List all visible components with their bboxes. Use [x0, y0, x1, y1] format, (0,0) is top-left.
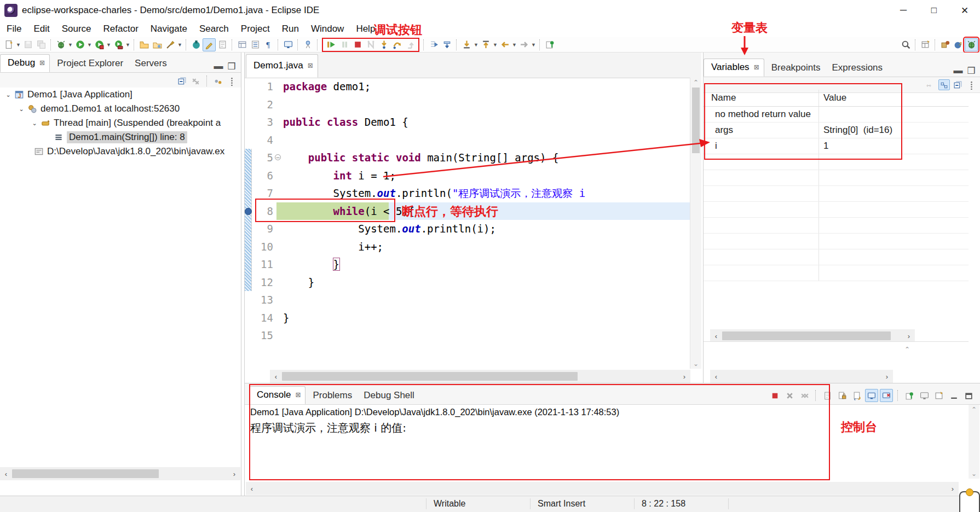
search-button[interactable] — [899, 38, 912, 51]
dropdown-arrow-icon[interactable]: ▼ — [492, 38, 498, 51]
menu-run[interactable]: Run — [282, 24, 299, 34]
scroll-left-icon[interactable]: ‹ — [270, 373, 282, 381]
debug-tree-item[interactable]: ⌄JDemo1 [Java Application] — [0, 88, 241, 102]
scroll-right-icon[interactable]: › — [228, 470, 240, 478]
console-view-button[interactable] — [281, 38, 295, 51]
editor-hscrollbar[interactable]: ‹ › — [270, 370, 690, 383]
code-line-13[interactable]: 13 — [245, 291, 701, 309]
save-button[interactable] — [21, 38, 34, 51]
fold-collapse-icon[interactable]: – — [273, 149, 283, 167]
variable-empty-row[interactable] — [704, 186, 969, 202]
show-types-button[interactable]: ⇿ — [925, 79, 936, 90]
javaee-perspective-button[interactable]: J — [952, 38, 965, 51]
view-menu-button[interactable] — [966, 79, 977, 90]
save-all-button[interactable] — [34, 38, 48, 51]
variable-empty-row[interactable] — [704, 249, 969, 265]
terminate-button[interactable] — [351, 38, 364, 51]
tab-servers[interactable]: Servers — [128, 55, 171, 72]
breakpoint-icon[interactable] — [245, 208, 252, 215]
dropdown-arrow-icon[interactable]: ▼ — [87, 38, 93, 51]
tab-console[interactable]: Console⊠ — [249, 386, 305, 404]
scrollbar-thumb[interactable] — [282, 372, 578, 381]
variable-empty-row[interactable] — [704, 234, 969, 249]
minimize-panel-icon[interactable]: ▬ — [214, 62, 223, 70]
scrollbar-thumb[interactable] — [692, 88, 700, 153]
scroll-left-icon[interactable]: ‹ — [710, 373, 722, 381]
disconnect-button[interactable] — [364, 38, 377, 51]
variables-hscrollbar[interactable]: ‹ › — [710, 329, 915, 342]
pause-button[interactable] — [338, 38, 351, 51]
folder-open2-button[interactable] — [151, 38, 164, 51]
debug-bug-button[interactable] — [54, 38, 67, 51]
code-line-6[interactable]: 6 int i = 1; — [245, 167, 701, 185]
scroll-right-icon[interactable]: › — [947, 485, 959, 493]
menu-help[interactable]: Help — [356, 24, 375, 34]
code-line-4[interactable]: 4 — [245, 131, 701, 149]
step-into-button[interactable] — [377, 38, 390, 51]
menu-source[interactable]: Source — [62, 24, 91, 34]
code-line-15[interactable]: 15 — [245, 327, 701, 345]
java-perspective-button[interactable] — [938, 38, 952, 51]
dropdown-arrow-icon[interactable]: ▼ — [67, 38, 73, 51]
coverage-button[interactable] — [93, 38, 106, 51]
code-line-3[interactable]: 3public class Demo1 { — [245, 113, 701, 131]
chevron-expanded-icon[interactable]: ⌄ — [18, 106, 25, 113]
console-vscrollbar[interactable]: ⌃ ⌄ — [969, 405, 979, 479]
dots2-button[interactable] — [212, 75, 224, 86]
close-tab-icon[interactable]: ⊠ — [754, 63, 759, 71]
dropdown-arrow-icon[interactable]: ▼ — [177, 38, 183, 51]
skip-breakpoints-button[interactable] — [427, 38, 440, 51]
editor-vscrollbar[interactable]: ⌃ ⌄ — [690, 78, 701, 369]
variable-empty-row[interactable] — [704, 265, 969, 281]
scroll-up-icon[interactable]: ⌃ — [969, 406, 979, 414]
pin-green-button[interactable] — [903, 389, 916, 402]
menu-search[interactable]: Search — [199, 24, 229, 34]
doc-lock-button[interactable] — [835, 389, 849, 402]
notification-icon[interactable] — [959, 491, 980, 512]
variable-empty-row[interactable] — [704, 218, 969, 234]
external-tools-button[interactable] — [112, 38, 125, 51]
column-header-name[interactable]: Name — [704, 90, 819, 106]
scroll-up-icon[interactable]: ⌃ — [690, 79, 701, 86]
doc-edit-button[interactable] — [216, 38, 229, 51]
debug-tree-item[interactable]: ⌄Thread [main] (Suspended (breakpoint a — [0, 116, 241, 130]
close-tab-icon[interactable]: ⊠ — [295, 391, 301, 399]
maximize-button[interactable]: □ — [919, 0, 949, 21]
doc-list-button[interactable] — [249, 38, 262, 51]
go-into-button[interactable] — [479, 38, 492, 51]
collapse-all-button[interactable] — [176, 75, 188, 86]
view-menu-button[interactable] — [226, 75, 238, 86]
tab-demo1-java[interactable]: Demo1.java ⊠ — [246, 54, 318, 78]
code-line-11[interactable]: 11 } — [245, 255, 701, 274]
paintbrush-button[interactable] — [164, 38, 177, 51]
console-hscrollbar[interactable]: ‹ › — [246, 482, 959, 495]
debug-hscrollbar[interactable]: ‹ › — [0, 467, 240, 480]
step-return-button[interactable] — [403, 38, 417, 51]
resume-button[interactable] — [325, 38, 338, 51]
tab-variables[interactable]: (x)=Variables⊠ — [704, 59, 764, 77]
menu-file[interactable]: File — [7, 24, 21, 34]
tab-expressions[interactable]: ⁶xExpressions — [825, 60, 887, 77]
variable-detail-pane[interactable] — [704, 341, 969, 369]
doc-clear-button[interactable] — [821, 389, 834, 402]
code-line-12[interactable]: 12 } — [245, 274, 701, 292]
variable-empty-row[interactable] — [704, 154, 969, 170]
tab-debug[interactable]: Debug⊠ — [0, 54, 50, 72]
maximize-panel-icon[interactable]: ❒ — [227, 62, 237, 70]
console-body[interactable]: Demo1 [Java Application] D:\Develop\Java… — [245, 405, 967, 479]
maximize-panel-icon[interactable]: ❒ — [966, 67, 976, 74]
new-wizard-button[interactable] — [2, 38, 15, 51]
step-over-button[interactable] — [390, 38, 403, 51]
con-err-button[interactable] — [880, 389, 893, 402]
folder-open-button[interactable] — [137, 38, 151, 51]
dropdown-arrow-icon[interactable]: ▼ — [511, 38, 517, 51]
dropdown-arrow-icon[interactable]: ▼ — [15, 38, 21, 51]
remove-xx-button[interactable] — [798, 389, 811, 402]
scrollbar-thumb[interactable] — [722, 331, 891, 340]
dropdown-arrow-icon[interactable]: ▼ — [106, 38, 112, 51]
chevron-expanded-icon[interactable]: ⌄ — [4, 91, 12, 98]
show-logical-button[interactable] — [938, 79, 950, 90]
pin-needle-button[interactable] — [301, 38, 314, 51]
scroll-right-icon[interactable]: › — [678, 373, 690, 381]
new-console-dd-button[interactable] — [932, 389, 946, 402]
